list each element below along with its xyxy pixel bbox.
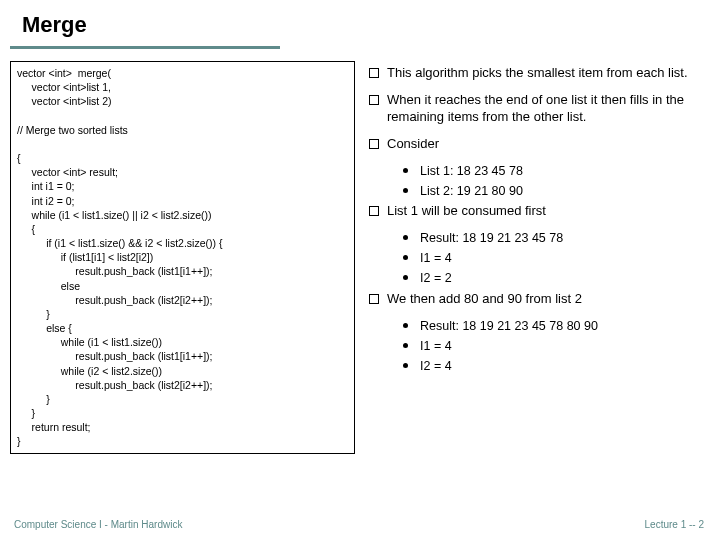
bullet-level1: This algorithm picks the smallest item f…	[361, 65, 710, 82]
title-underline	[10, 46, 280, 49]
dot-bullet-icon	[403, 343, 408, 348]
bullet-level2: Result: 18 19 21 23 45 78	[361, 230, 710, 246]
dot-bullet-icon	[403, 323, 408, 328]
bullet-text: I1 = 4	[420, 338, 452, 354]
bullet-text: List 1: 18 23 45 78	[420, 163, 523, 179]
bullet-text: When it reaches the end of one list it t…	[387, 92, 710, 126]
bullet-level1: Consider	[361, 136, 710, 153]
dot-bullet-icon	[403, 363, 408, 368]
bullet-level2: Result: 18 19 21 23 45 78 80 90	[361, 318, 710, 334]
dot-bullet-icon	[403, 235, 408, 240]
bullet-level1: When it reaches the end of one list it t…	[361, 92, 710, 126]
square-bullet-icon	[369, 294, 379, 304]
bullet-text: I2 = 4	[420, 358, 452, 374]
bullet-level2: I2 = 4	[361, 358, 710, 374]
bullet-text: I1 = 4	[420, 250, 452, 266]
bullet-text: List 2: 19 21 80 90	[420, 183, 523, 199]
dot-bullet-icon	[403, 275, 408, 280]
dot-bullet-icon	[403, 188, 408, 193]
square-bullet-icon	[369, 139, 379, 149]
bullet-level1: We then add 80 and 90 from list 2	[361, 291, 710, 308]
content-row: vector <int> merge( vector <int>list 1, …	[0, 61, 720, 454]
left-column: vector <int> merge( vector <int>list 1, …	[10, 61, 355, 454]
square-bullet-icon	[369, 68, 379, 78]
dot-bullet-icon	[403, 255, 408, 260]
bullet-text: Result: 18 19 21 23 45 78	[420, 230, 563, 246]
bullet-level2: List 2: 19 21 80 90	[361, 183, 710, 199]
bullet-text: Result: 18 19 21 23 45 78 80 90	[420, 318, 598, 334]
code-block: vector <int> merge( vector <int>list 1, …	[10, 61, 355, 454]
bullet-level2: I1 = 4	[361, 250, 710, 266]
right-column: This algorithm picks the smallest item f…	[361, 61, 710, 454]
square-bullet-icon	[369, 206, 379, 216]
bullet-level2: I1 = 4	[361, 338, 710, 354]
square-bullet-icon	[369, 95, 379, 105]
bullet-text: I2 = 2	[420, 270, 452, 286]
bullet-level2: List 1: 18 23 45 78	[361, 163, 710, 179]
bullet-text: This algorithm picks the smallest item f…	[387, 65, 710, 82]
bullet-level1: List 1 will be consumed first	[361, 203, 710, 220]
bullet-text: Consider	[387, 136, 710, 153]
bullet-level2: I2 = 2	[361, 270, 710, 286]
footer-right: Lecture 1 -- 2	[645, 519, 704, 530]
slide-title: Merge	[0, 0, 720, 46]
footer-left: Computer Science I - Martin Hardwick	[14, 519, 182, 530]
bullet-text: We then add 80 and 90 from list 2	[387, 291, 710, 308]
bullet-text: List 1 will be consumed first	[387, 203, 710, 220]
dot-bullet-icon	[403, 168, 408, 173]
